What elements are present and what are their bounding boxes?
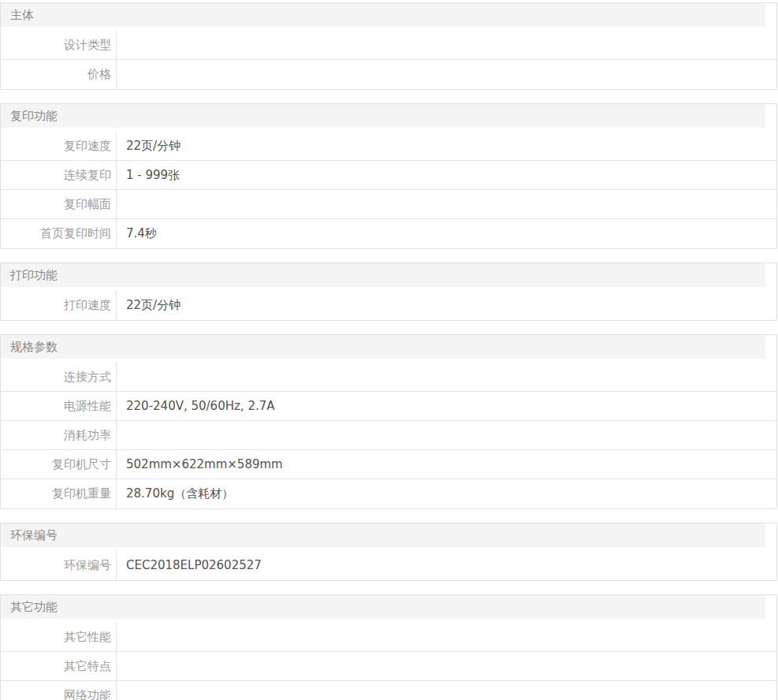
spec-row-label: 其它特点	[1, 652, 117, 680]
spec-row-label: 连续复印	[1, 161, 117, 189]
spec-row: 消耗功率	[1, 421, 776, 450]
section-header: 规格参数	[1, 335, 765, 359]
section-header: 其它功能	[1, 595, 765, 619]
section-title: 主体	[10, 8, 34, 22]
spec-row: 连接方式	[1, 363, 776, 392]
spec-row: 复印机重量 28.70kg（含耗材）	[1, 479, 776, 508]
spec-row: 复印幅面	[1, 190, 776, 219]
spec-row-label: 设计类型	[1, 31, 117, 59]
spec-row: 其它性能	[1, 623, 776, 652]
spec-row: 首页复印时间 7.4秒	[1, 219, 776, 248]
spec-row-label: 网络功能	[1, 681, 117, 700]
spec-row-value: 22页/分钟	[117, 291, 776, 320]
spec-row-label: 打印速度	[1, 291, 117, 320]
spec-row-value	[117, 652, 776, 680]
section-title: 复印功能	[10, 109, 58, 123]
spec-row: 电源性能 220-240V, 50/60Hz, 2.7A	[1, 392, 776, 421]
spec-row-value	[117, 681, 776, 700]
spec-row-value: 28.70kg（含耗材）	[117, 479, 776, 508]
spec-row-value: 22页/分钟	[117, 132, 776, 160]
spec-row-label: 价格	[1, 60, 117, 89]
section-header: 复印功能	[1, 104, 765, 128]
spec-row-label: 复印速度	[1, 132, 117, 160]
spec-row-value	[117, 31, 776, 59]
spec-section: 规格参数 连接方式 电源性能 220-240V, 50/60Hz, 2.7A 消…	[0, 334, 777, 509]
spec-row-value: 1 - 999张	[117, 161, 776, 189]
spec-section: 复印功能 复印速度 22页/分钟 连续复印 1 - 999张 复印幅面 首页复印…	[0, 103, 777, 249]
section-title: 环保编号	[10, 528, 58, 542]
spec-section: 环保编号 环保编号 CEC2018ELP02602527	[0, 523, 777, 581]
spec-row-value	[117, 190, 776, 218]
section-header: 主体	[1, 3, 765, 27]
spec-row: 设计类型	[1, 31, 776, 60]
spec-row: 复印机尺寸 502mm×622mm×589mm	[1, 450, 776, 479]
section-title: 规格参数	[10, 340, 58, 354]
spec-row-value: 220-240V, 50/60Hz, 2.7A	[117, 392, 776, 420]
spec-row: 连续复印 1 - 999张	[1, 161, 776, 190]
spec-row: 打印速度 22页/分钟	[1, 291, 776, 320]
spec-row-label: 首页复印时间	[1, 219, 117, 248]
spec-row: 复印速度 22页/分钟	[1, 132, 776, 161]
product-spec-table: 主体 设计类型 价格 复印功能 复印速度 22页/分钟 连续复印 1 - 999…	[0, 2, 778, 700]
spec-row-label: 环保编号	[1, 551, 117, 580]
section-header: 环保编号	[1, 523, 765, 547]
spec-row: 其它特点	[1, 652, 776, 681]
spec-section: 打印功能 打印速度 22页/分钟	[0, 262, 777, 321]
section-header: 打印功能	[1, 263, 765, 287]
spec-row-value: 7.4秒	[117, 219, 776, 248]
spec-row-value: CEC2018ELP02602527	[117, 551, 776, 580]
spec-row: 环保编号 CEC2018ELP02602527	[1, 551, 776, 580]
spec-section: 主体 设计类型 价格	[0, 2, 777, 90]
spec-row-label: 消耗功率	[1, 421, 117, 449]
section-rows: 其它性能 其它特点 网络功能	[1, 619, 776, 700]
spec-row-label: 连接方式	[1, 363, 117, 391]
spec-row: 网络功能	[1, 681, 776, 700]
section-title: 其它功能	[10, 600, 58, 614]
spec-row-label: 复印机重量	[1, 479, 117, 508]
spec-row-label: 复印幅面	[1, 190, 117, 218]
spec-row-label: 其它性能	[1, 623, 117, 651]
spec-row-value	[117, 60, 776, 89]
spec-row: 价格	[1, 60, 776, 89]
section-rows: 打印速度 22页/分钟	[1, 287, 776, 320]
spec-row-value: 502mm×622mm×589mm	[117, 450, 776, 478]
section-rows: 连接方式 电源性能 220-240V, 50/60Hz, 2.7A 消耗功率 复…	[1, 359, 776, 508]
spec-section: 其它功能 其它性能 其它特点 网络功能	[0, 594, 777, 700]
section-rows: 复印速度 22页/分钟 连续复印 1 - 999张 复印幅面 首页复印时间 7.…	[1, 128, 776, 248]
spec-row-value	[117, 421, 776, 449]
spec-row-value	[117, 623, 776, 651]
section-rows: 环保编号 CEC2018ELP02602527	[1, 547, 776, 580]
spec-row-label: 电源性能	[1, 392, 117, 420]
section-title: 打印功能	[10, 268, 58, 282]
spec-row-label: 复印机尺寸	[1, 450, 117, 478]
section-rows: 设计类型 价格	[1, 27, 776, 89]
spec-row-value	[117, 363, 776, 391]
